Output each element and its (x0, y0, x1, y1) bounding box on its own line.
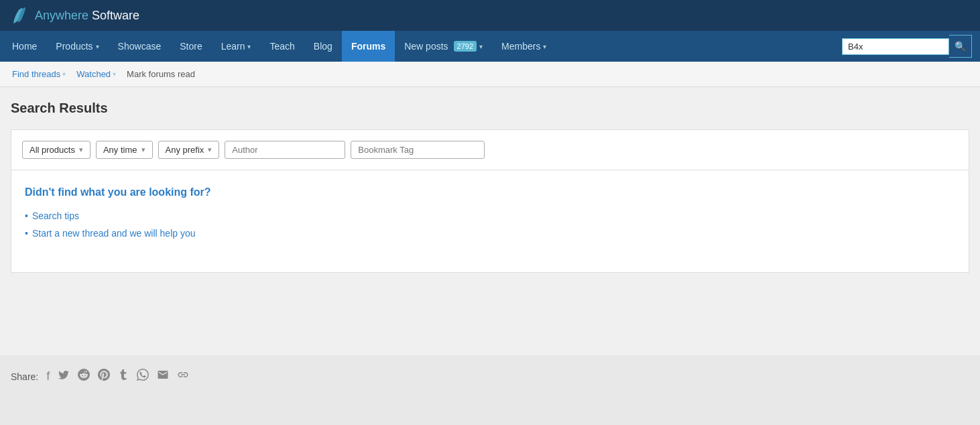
bookmark-tag-input[interactable] (351, 141, 485, 159)
nav-forums[interactable]: Forums (342, 31, 395, 62)
no-results-heading: Didn't find what you are looking for? (25, 186, 955, 198)
search-wrapper: 🔍 (842, 35, 972, 58)
products-filter-chevron-icon: ▾ (79, 145, 83, 154)
share-pinterest-icon[interactable] (98, 369, 110, 384)
main-content: Search Results All products ▾ Any time ▾… (0, 87, 980, 355)
sub-nav: Find threads ▾ Watched ▾ Mark forums rea… (0, 62, 980, 87)
nav-learn[interactable]: Learn ▾ (212, 31, 261, 62)
logo-area[interactable]: Anywhere Software (8, 5, 139, 26)
new-posts-badge: 2792 (454, 41, 477, 52)
find-threads-chevron-icon: ▾ (62, 70, 66, 78)
nav-teach[interactable]: Teach (260, 31, 304, 62)
search-input[interactable] (842, 38, 949, 55)
list-item: Start a new thread and we will help you (25, 228, 955, 239)
share-label: Share: (11, 371, 38, 382)
nav-home[interactable]: Home (3, 31, 46, 62)
nav-new-posts[interactable]: New posts 2792 ▾ (395, 31, 492, 62)
watched-chevron-icon: ▾ (113, 70, 116, 78)
logo-icon (8, 5, 29, 26)
nav-blog[interactable]: Blog (304, 31, 342, 62)
nav-spacer (556, 31, 837, 62)
brand-name: Anywhere Software (35, 9, 139, 23)
new-thread-link[interactable]: Start a new thread and we will help you (32, 228, 196, 239)
time-filter-chevron-icon: ▾ (141, 145, 145, 154)
share-bar: Share: f (0, 355, 980, 398)
share-whatsapp-icon[interactable] (137, 369, 149, 384)
share-twitter-icon[interactable] (58, 369, 70, 384)
time-filter[interactable]: Any time ▾ (96, 141, 153, 159)
prefix-filter-chevron-icon: ▾ (208, 145, 212, 154)
author-input[interactable] (225, 141, 345, 159)
products-filter[interactable]: All products ▾ (22, 141, 90, 159)
nav-store[interactable]: Store (170, 31, 211, 62)
mark-forums-read-link[interactable]: Mark forums read (123, 66, 199, 82)
search-tips-link[interactable]: Search tips (32, 210, 79, 221)
share-tumblr-icon[interactable] (118, 369, 129, 384)
page-title: Search Results (11, 101, 969, 116)
share-reddit-icon[interactable] (78, 369, 90, 384)
share-email-icon[interactable] (157, 369, 169, 384)
new-posts-chevron-icon: ▾ (479, 43, 483, 50)
find-threads-link[interactable]: Find threads ▾ (8, 66, 70, 82)
nav-members[interactable]: Members ▾ (492, 31, 556, 62)
no-results-list: Search tips Start a new thread and we wi… (25, 210, 955, 239)
nav-bar: Home Products ▾ Showcase Store Learn ▾ T… (0, 31, 980, 62)
results-area: Didn't find what you are looking for? Se… (11, 170, 969, 273)
nav-products[interactable]: Products ▾ (46, 31, 108, 62)
prefix-filter[interactable]: Any prefix ▾ (158, 141, 220, 159)
top-header: Anywhere Software (0, 0, 980, 31)
members-chevron-icon: ▾ (543, 43, 546, 50)
search-button[interactable]: 🔍 (949, 35, 972, 58)
watched-link[interactable]: Watched ▾ (72, 66, 120, 82)
list-item: Search tips (25, 210, 955, 221)
nav-showcase[interactable]: Showcase (109, 31, 171, 62)
share-facebook-icon[interactable]: f (46, 369, 50, 383)
learn-chevron-icon: ▾ (247, 43, 251, 50)
products-chevron-icon: ▾ (96, 43, 99, 50)
search-filters: All products ▾ Any time ▾ Any prefix ▾ (11, 129, 969, 170)
share-link-icon[interactable] (177, 369, 189, 384)
